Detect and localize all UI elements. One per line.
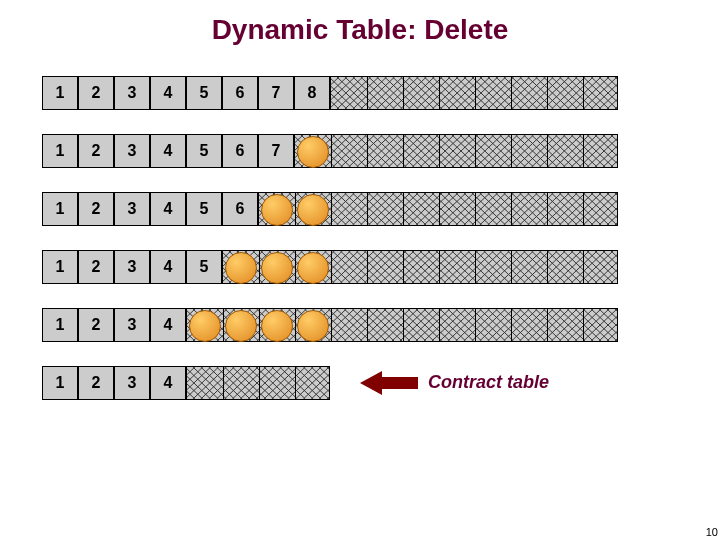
coin-icon	[225, 252, 257, 284]
filled-cell: 3	[114, 76, 150, 110]
table-row: 1234Contract table	[42, 366, 720, 400]
coin-icon	[189, 310, 221, 342]
filled-cell: 2	[78, 192, 114, 226]
empty-region	[294, 134, 618, 168]
filled-cell: 4	[150, 308, 186, 342]
svg-line-374	[595, 251, 617, 283]
filled-cell: 3	[114, 250, 150, 284]
coin-icon	[297, 194, 329, 226]
svg-line-169	[603, 135, 617, 167]
filled-cell: 2	[78, 308, 114, 342]
table-row: 123456	[42, 192, 720, 226]
svg-line-377	[603, 251, 617, 283]
table-row: 1234	[42, 308, 720, 342]
diagram-stage: 1234567812345671234561234512341234Contra…	[0, 76, 720, 400]
svg-line-167	[595, 135, 617, 167]
filled-cell: 4	[150, 76, 186, 110]
coin-icon	[261, 194, 293, 226]
filled-cell: 3	[114, 134, 150, 168]
coin-icon	[297, 310, 329, 342]
filled-cell: 2	[78, 76, 114, 110]
arrow-stem	[380, 377, 418, 389]
filled-cell: 2	[78, 250, 114, 284]
filled-cell: 5	[186, 250, 222, 284]
filled-cell: 3	[114, 366, 150, 400]
filled-cell: 4	[150, 192, 186, 226]
filled-cell: 1	[42, 192, 78, 226]
filled-cell: 4	[150, 366, 186, 400]
filled-cell: 4	[150, 250, 186, 284]
svg-line-376	[603, 251, 617, 283]
filled-cell: 3	[114, 308, 150, 342]
page-title: Dynamic Table: Delete	[0, 0, 720, 76]
coin-icon	[225, 310, 257, 342]
filled-cell: 1	[42, 76, 78, 110]
filled-cell: 3	[114, 192, 150, 226]
filled-cell: 6	[222, 134, 258, 168]
filled-cell: 5	[186, 192, 222, 226]
filled-cell: 8	[294, 76, 330, 110]
filled-cell: 1	[42, 134, 78, 168]
empty-region	[186, 366, 330, 400]
svg-line-166	[595, 135, 617, 167]
filled-cell: 1	[42, 366, 78, 400]
filled-cell: 1	[42, 250, 78, 284]
table-row: 1234567	[42, 134, 720, 168]
coin-icon	[297, 252, 329, 284]
coin-icon	[261, 252, 293, 284]
page-number: 10	[706, 526, 718, 538]
table-row: 12345678	[42, 76, 720, 110]
table-row: 12345	[42, 250, 720, 284]
filled-cell: 2	[78, 366, 114, 400]
filled-cell: 1	[42, 308, 78, 342]
filled-cell: 7	[258, 76, 294, 110]
contract-label: Contract table	[428, 372, 549, 393]
svg-line-168	[603, 135, 617, 167]
filled-cell: 5	[186, 76, 222, 110]
filled-cell: 5	[186, 134, 222, 168]
arrow-left-icon	[360, 371, 382, 395]
coin-icon	[261, 310, 293, 342]
filled-cell: 2	[78, 134, 114, 168]
coin-icon	[297, 136, 329, 168]
filled-cell: 4	[150, 134, 186, 168]
filled-cell: 6	[222, 192, 258, 226]
empty-region	[330, 76, 618, 110]
svg-line-375	[595, 251, 617, 283]
filled-cell: 7	[258, 134, 294, 168]
filled-cell: 6	[222, 76, 258, 110]
